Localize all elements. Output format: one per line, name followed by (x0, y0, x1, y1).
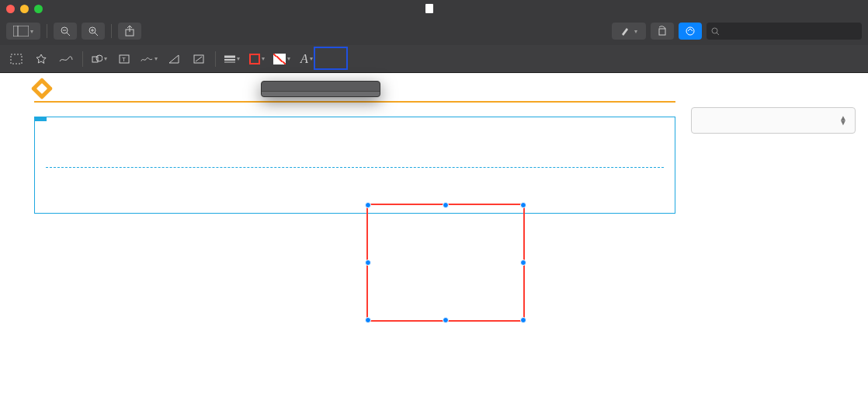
markup-toolbar: ▾ T ▾ ▾ ▾ ▾ A▾ (0, 45, 868, 73)
svg-line-15 (717, 33, 719, 35)
traffic-lights (6, 5, 43, 13)
toc-label (34, 117, 47, 121)
svg-point-18 (96, 55, 102, 61)
rotate-button[interactable] (651, 23, 674, 40)
minimize-window-button[interactable] (20, 5, 29, 13)
svg-line-8 (95, 33, 98, 36)
share-button[interactable] (118, 23, 141, 40)
text-style-button[interactable]: A▾ (298, 51, 315, 68)
maximize-window-button[interactable] (34, 5, 43, 13)
close-window-button[interactable] (6, 5, 15, 13)
main-toolbar: ▾ ▾ (0, 17, 868, 45)
file-icon (425, 4, 433, 13)
svg-marker-11 (622, 28, 628, 36)
svg-point-14 (712, 28, 717, 33)
show-color-panel-button[interactable] (262, 91, 380, 96)
svg-line-23 (196, 57, 202, 61)
border-color-button[interactable]: ▾ (248, 51, 266, 68)
shapes-tool[interactable]: ▾ (91, 51, 108, 68)
sidebar-toggle-button[interactable]: ▾ (6, 23, 40, 40)
content-area: ▲▼ (0, 73, 868, 418)
border-style-button[interactable]: ▾ (224, 51, 241, 68)
sign-tool[interactable]: ▾ (141, 51, 158, 68)
search-icon (711, 27, 720, 36)
diamond-icon (31, 78, 53, 99)
text-tool[interactable]: T (116, 51, 133, 68)
page-sidebar: ▲▼ (685, 73, 868, 418)
svg-line-4 (67, 33, 70, 36)
svg-rect-12 (659, 29, 665, 35)
document-view[interactable] (0, 73, 685, 418)
zoom-in-button[interactable] (82, 23, 105, 40)
svg-rect-16 (11, 54, 22, 64)
highlight-button[interactable]: ▾ (612, 23, 646, 40)
markup-toggle-button[interactable] (679, 23, 702, 40)
adjust-color-tool[interactable] (165, 51, 182, 68)
sketch-tool[interactable] (57, 51, 75, 68)
window-title (425, 4, 443, 13)
zoom-out-button[interactable] (54, 23, 77, 40)
instant-alpha-tool[interactable] (33, 51, 50, 68)
svg-rect-0 (13, 26, 29, 37)
search-input[interactable] (707, 23, 862, 40)
window-titlebar (0, 0, 868, 17)
chevron-updown-icon: ▲▼ (839, 116, 847, 125)
fill-color-button[interactable]: ▾ (273, 51, 290, 68)
selection-tool[interactable] (8, 51, 25, 68)
svg-rect-17 (92, 57, 98, 62)
toc-item[interactable] (46, 130, 664, 168)
archive-select[interactable]: ▲▼ (691, 107, 856, 134)
color-picker-popup (261, 81, 380, 97)
svg-marker-21 (169, 55, 179, 63)
adjust-size-tool[interactable] (190, 51, 207, 68)
toc-item[interactable] (46, 168, 664, 205)
toc-box (34, 117, 675, 214)
svg-text:T: T (122, 56, 126, 63)
